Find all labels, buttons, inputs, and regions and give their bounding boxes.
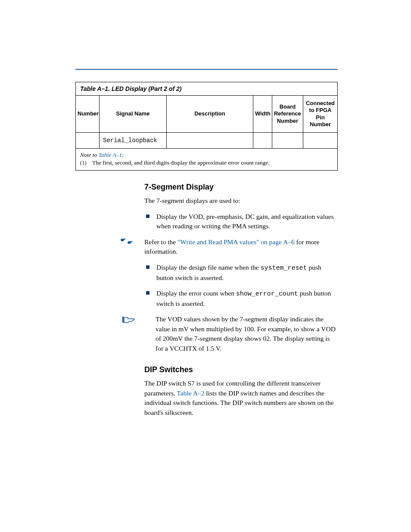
note-text: The VOD values shown by the 7-segment di… <box>144 314 338 353</box>
footnote-table-link[interactable]: Table A–1 <box>99 152 122 158</box>
heading-7-segment: 7-Segment Display <box>144 183 338 192</box>
col-header-number: Number <box>76 96 100 133</box>
reference-row: Refer to the "Write and Read PMA values"… <box>75 237 338 257</box>
col-header-fpga-pin: Connected to FPGA Pin Number <box>303 96 337 133</box>
list-item: Display the error count when show_error_… <box>144 289 338 308</box>
svg-rect-4 <box>122 317 124 323</box>
table-footnote: Note to Table A–1: (1)The first, second,… <box>76 149 338 171</box>
heading-dip-switches: DIP Switches <box>144 365 338 374</box>
list-item: Display the design file name when the sy… <box>144 263 338 283</box>
footsteps-icon <box>119 237 135 245</box>
reference-icon <box>75 237 144 247</box>
cell-description <box>167 133 253 149</box>
seg7-intro: The 7-segment displays are used to: <box>144 196 338 205</box>
cell-number <box>76 133 100 149</box>
col-header-description: Description <box>167 96 253 133</box>
cell-signal-name: Serial_loopback <box>100 133 167 149</box>
code-system-reset: system_reset <box>260 264 307 272</box>
col-header-signal: Signal Name <box>100 96 167 133</box>
ref-link[interactable]: "Write and Read PMA values" on page A–6 <box>177 238 295 246</box>
dip-paragraph: The DIP switch S7 is used for controllin… <box>144 379 338 417</box>
bullet-text-a: Display the design file name when the <box>156 264 260 271</box>
note-row: The VOD values shown by the 7-segment di… <box>75 314 338 353</box>
col-header-board-ref: Board Reference Number <box>272 96 303 133</box>
header-rule <box>75 69 338 70</box>
seg7-bullet-list-1: Display the VOD, pre-emphasis, DC gain, … <box>144 212 338 231</box>
table-header-row: Number Signal Name Description Width Boa… <box>76 96 338 133</box>
footnote-prefix: Note to <box>80 152 99 158</box>
cell-width <box>253 133 272 149</box>
svg-point-2 <box>128 241 131 244</box>
table-a2-link[interactable]: Table A–2 <box>177 389 204 397</box>
footnote-number: (1) <box>80 159 92 167</box>
footnote-suffix: : <box>122 152 124 158</box>
svg-point-0 <box>121 239 124 241</box>
pointing-hand-icon <box>122 315 135 324</box>
cell-fpga-pin <box>303 133 337 149</box>
reference-text: Refer to the "Write and Read PMA values"… <box>144 237 338 257</box>
table-row: Serial_loopback <box>76 133 338 149</box>
code-show-error-count: show_error_count <box>236 290 298 298</box>
ref-pre: Refer to the <box>144 238 177 246</box>
bullet-text-a: Display the error count when <box>156 289 236 297</box>
col-header-width: Width <box>253 96 272 133</box>
table-a1: Table A–1. LED Display (Part 2 of 2) Num… <box>75 82 338 171</box>
note-icon-cell <box>75 314 144 326</box>
seg7-bullet-list-2: Display the design file name when the sy… <box>144 263 338 308</box>
footnote-text: The first, second, and third digits disp… <box>92 159 270 166</box>
cell-board-ref <box>272 133 303 149</box>
svg-point-3 <box>131 241 132 242</box>
page-content: Table A–1. LED Display (Part 2 of 2) Num… <box>0 0 411 417</box>
table-caption: Table A–1. LED Display (Part 2 of 2) <box>76 82 338 96</box>
svg-point-1 <box>124 238 125 240</box>
list-item: Display the VOD, pre-emphasis, DC gain, … <box>144 212 338 231</box>
